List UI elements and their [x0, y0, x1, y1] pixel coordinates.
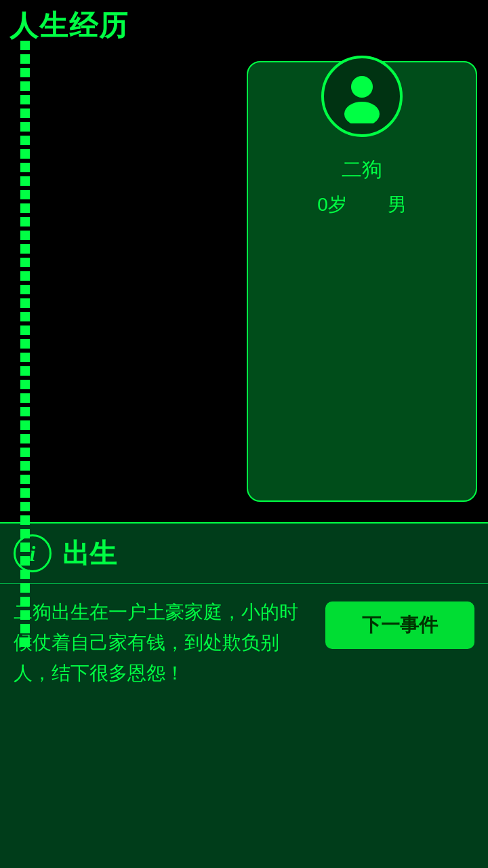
timeline-dot — [20, 285, 30, 294]
timeline-dot — [20, 68, 30, 77]
timeline-dot — [20, 108, 30, 118]
timeline-dot — [20, 597, 30, 606]
info-icon: i — [30, 541, 36, 566]
timeline-dot — [20, 339, 30, 349]
timeline-dots — [20, 41, 30, 515]
timeline-dot — [20, 570, 30, 579]
timeline-dot — [20, 583, 30, 593]
timeline-dot — [20, 81, 30, 91]
timeline-dot — [20, 203, 30, 213]
timeline-dot — [20, 54, 30, 64]
timeline-dot — [20, 353, 30, 362]
timeline-dot — [20, 149, 30, 159]
avatar-icon — [335, 69, 389, 123]
timeline-dot — [20, 312, 30, 321]
avatar — [321, 56, 403, 137]
timeline-dot — [20, 122, 30, 132]
character-stats: 0岁 男 — [317, 192, 407, 218]
info-icon-circle: i — [14, 534, 52, 572]
timeline-dot — [20, 420, 30, 430]
event-description: 二狗出生在一户土豪家庭，小的时候仗着自己家有钱，到处欺负别人，结下很多恩怨！ — [14, 597, 312, 688]
timeline-dot — [20, 244, 30, 254]
timeline-dot — [20, 488, 30, 498]
timeline-dot — [20, 556, 30, 566]
event-panel: i 出生 二狗出生在一户土豪家庭，小的时候仗着自己家有钱，到处欺负别人，结下很多… — [0, 522, 488, 868]
event-body: 二狗出生在一户土豪家庭，小的时候仗着自己家有钱，到处欺负别人，结下很多恩怨！ 下… — [0, 584, 488, 702]
timeline-dot — [20, 434, 30, 443]
character-gender: 男 — [388, 192, 407, 218]
page-title: 人生经历 — [9, 7, 129, 45]
timeline-dot — [20, 163, 30, 172]
timeline-dot — [20, 271, 30, 281]
svg-point-0 — [351, 76, 373, 98]
event-header: i 出生 — [0, 524, 488, 584]
next-event-button[interactable]: 下一事件 — [325, 601, 474, 649]
character-card: 二狗 0岁 男 — [247, 61, 477, 502]
timeline-dot — [20, 190, 30, 199]
timeline-dot — [20, 95, 30, 104]
timeline-dot — [20, 475, 30, 484]
timeline-dot — [20, 326, 30, 335]
timeline-dot — [20, 407, 30, 416]
timeline-dot — [20, 136, 30, 145]
timeline-dot — [20, 393, 30, 403]
timeline-dot — [20, 461, 30, 471]
timeline-dot — [20, 258, 30, 267]
timeline-dot — [20, 366, 30, 376]
timeline-dot — [20, 231, 30, 240]
timeline-dot — [20, 502, 30, 511]
timeline-dot — [20, 217, 30, 226]
character-name: 二狗 — [342, 156, 382, 184]
timeline-dot — [20, 610, 30, 620]
timeline-dot — [20, 542, 30, 552]
timeline-dot — [20, 176, 30, 186]
svg-point-1 — [344, 102, 380, 123]
timeline-dot — [20, 637, 30, 647]
character-age: 0岁 — [317, 192, 347, 218]
timeline-dot — [20, 515, 30, 525]
timeline-dot — [20, 298, 30, 308]
event-category: 出生 — [62, 535, 117, 572]
timeline-dot — [20, 448, 30, 457]
timeline-dot — [20, 624, 30, 633]
timeline-dot — [20, 380, 30, 389]
timeline-dot — [20, 529, 30, 538]
